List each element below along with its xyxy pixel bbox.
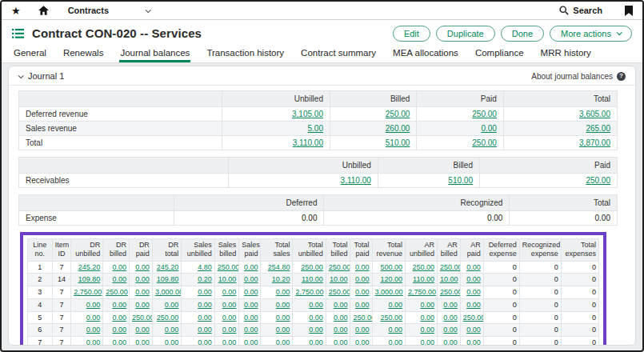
amount-link[interactable]: 3,000.00 bbox=[155, 288, 182, 296]
amount-link[interactable]: 10.00 bbox=[218, 275, 237, 283]
amount-link[interactable]: 0.00 bbox=[420, 326, 434, 334]
amount-link[interactable]: 0.00 bbox=[222, 314, 237, 322]
amount-link[interactable]: 0.00 bbox=[198, 301, 212, 309]
amount-link[interactable]: 0.00 bbox=[135, 338, 150, 346]
more-actions-button[interactable]: More actions bbox=[550, 26, 632, 42]
amount-link[interactable]: 0.00 bbox=[244, 301, 258, 309]
about-journal-balances-link[interactable]: About journal balances ? bbox=[531, 72, 626, 81]
amount-link[interactable]: 0.00 bbox=[355, 275, 370, 283]
amount-link[interactable]: 0.00 bbox=[165, 326, 179, 334]
tab-mrr-history[interactable]: MRR history bbox=[540, 46, 592, 62]
amount-link[interactable]: 500.00 bbox=[380, 263, 402, 271]
amount-link[interactable]: 10.00 bbox=[330, 275, 348, 283]
amount-link[interactable]: 250.00 bbox=[380, 314, 402, 322]
amount-link[interactable]: 0.00 bbox=[222, 326, 237, 334]
favorite-star-icon[interactable]: ★ bbox=[11, 6, 21, 16]
amount-link[interactable]: 0.00 bbox=[222, 338, 237, 346]
home-icon[interactable] bbox=[38, 6, 49, 15]
amount-link[interactable]: 260.00 bbox=[386, 124, 410, 133]
amount-link[interactable]: 3,000.00 bbox=[375, 288, 403, 296]
amount-link[interactable]: 0.00 bbox=[244, 263, 258, 271]
duplicate-button[interactable]: Duplicate bbox=[436, 26, 495, 42]
amount-link[interactable]: 0.00 bbox=[222, 288, 237, 296]
amount-link[interactable]: 0.00 bbox=[135, 275, 150, 283]
amount-link[interactable]: 3,110.00 bbox=[341, 176, 371, 185]
amount-link[interactable]: 254.80 bbox=[268, 263, 290, 271]
amount-link[interactable]: 0.00 bbox=[276, 338, 290, 346]
tab-general[interactable]: General bbox=[13, 46, 47, 62]
amount-link[interactable]: 0.00 bbox=[309, 338, 323, 346]
amount-link[interactable]: 0.00 bbox=[198, 326, 212, 334]
amount-link[interactable]: 250.00 bbox=[386, 110, 410, 118]
amount-link[interactable]: 250.00 bbox=[440, 263, 460, 271]
amount-link[interactable]: 0.00 bbox=[135, 301, 150, 309]
journal-section-label[interactable]: Journal 1 bbox=[28, 71, 64, 81]
amount-link[interactable]: 0.00 bbox=[112, 301, 126, 309]
amount-link[interactable]: 0.00 bbox=[198, 338, 212, 346]
amount-link[interactable]: 0.00 bbox=[443, 314, 458, 322]
tab-journal-balances[interactable]: Journal balances bbox=[119, 46, 190, 62]
amount-link[interactable]: 0.20 bbox=[198, 275, 212, 283]
amount-link[interactable]: 109.80 bbox=[157, 275, 179, 283]
amount-link[interactable]: 0.00 bbox=[276, 288, 290, 296]
amount-link[interactable]: 0.00 bbox=[355, 301, 370, 309]
amount-link[interactable]: 0.00 bbox=[466, 326, 481, 334]
amount-link[interactable]: 0.00 bbox=[244, 275, 258, 283]
amount-link[interactable]: 0.00 bbox=[466, 301, 481, 309]
amount-link[interactable]: 0.00 bbox=[355, 326, 370, 334]
amount-link[interactable]: 0.00 bbox=[244, 288, 258, 296]
amount-link[interactable]: 10.00 bbox=[440, 275, 458, 283]
tab-compliance[interactable]: Compliance bbox=[474, 46, 525, 62]
amount-link[interactable]: 0.00 bbox=[198, 288, 212, 296]
amount-link[interactable]: 0.00 bbox=[276, 301, 290, 309]
amount-link[interactable]: 250.00 bbox=[301, 263, 323, 271]
amount-link[interactable]: 0.00 bbox=[388, 326, 402, 334]
bookmark-icon[interactable] bbox=[625, 6, 633, 16]
amount-link[interactable]: 0.00 bbox=[443, 338, 458, 346]
amount-link[interactable]: 250.00 bbox=[106, 288, 128, 296]
amount-link[interactable]: 250.00 bbox=[353, 314, 372, 322]
amount-link[interactable]: 0.00 bbox=[443, 326, 458, 334]
amount-link[interactable]: 0.00 bbox=[165, 301, 179, 309]
amount-link[interactable]: 250.00 bbox=[472, 138, 497, 147]
amount-link[interactable]: 10.20 bbox=[272, 275, 290, 283]
amount-link[interactable]: 250.00 bbox=[472, 110, 497, 118]
amount-link[interactable]: 0.00 bbox=[276, 326, 290, 334]
amount-link[interactable]: 0.00 bbox=[135, 263, 150, 271]
amount-link[interactable]: 245.20 bbox=[157, 263, 179, 271]
amount-link[interactable]: 2,750.00 bbox=[74, 288, 102, 296]
amount-link[interactable]: 5.00 bbox=[307, 124, 322, 133]
amount-link[interactable]: 0.00 bbox=[86, 326, 101, 334]
amount-link[interactable]: 0.00 bbox=[334, 338, 348, 346]
amount-link[interactable]: 0.00 bbox=[388, 301, 402, 309]
amount-link[interactable]: 0.00 bbox=[165, 338, 179, 346]
help-icon[interactable]: ? bbox=[617, 72, 626, 81]
amount-link[interactable]: 510.00 bbox=[386, 138, 410, 147]
edit-button[interactable]: Edit bbox=[393, 26, 430, 42]
module-selector-label[interactable]: Contracts bbox=[68, 6, 109, 15]
amount-link[interactable]: 3,105.00 bbox=[292, 110, 323, 118]
amount-link[interactable]: 0.00 bbox=[420, 338, 434, 346]
amount-link[interactable]: 250.00 bbox=[132, 314, 152, 322]
amount-link[interactable]: 0.00 bbox=[112, 314, 126, 322]
collapse-chevron-icon[interactable] bbox=[18, 73, 24, 78]
amount-link[interactable]: 0.00 bbox=[244, 326, 258, 334]
amount-link[interactable]: 510.00 bbox=[448, 176, 473, 185]
amount-link[interactable]: 0.00 bbox=[420, 314, 434, 322]
amount-link[interactable]: 0.00 bbox=[112, 263, 126, 271]
global-search[interactable]: Search bbox=[559, 6, 602, 15]
amount-link[interactable]: 0.00 bbox=[355, 338, 370, 346]
amount-link[interactable]: 2,750.00 bbox=[295, 288, 323, 296]
amount-link[interactable]: 0.00 bbox=[222, 301, 237, 309]
amount-link[interactable]: 0.00 bbox=[309, 314, 323, 322]
tab-renewals[interactable]: Renewals bbox=[62, 46, 105, 62]
amount-link[interactable]: 250.00 bbox=[440, 288, 460, 296]
amount-link[interactable]: 3,870.00 bbox=[579, 138, 610, 147]
amount-link[interactable]: 0.00 bbox=[309, 301, 323, 309]
amount-link[interactable]: 2,750.00 bbox=[408, 288, 436, 296]
amount-link[interactable]: 3,605.00 bbox=[579, 110, 610, 118]
amount-link[interactable]: 0.00 bbox=[334, 301, 348, 309]
amount-link[interactable]: 0.00 bbox=[198, 314, 212, 322]
amount-link[interactable]: 0.00 bbox=[112, 326, 126, 334]
amount-link[interactable]: 0.00 bbox=[443, 301, 458, 309]
